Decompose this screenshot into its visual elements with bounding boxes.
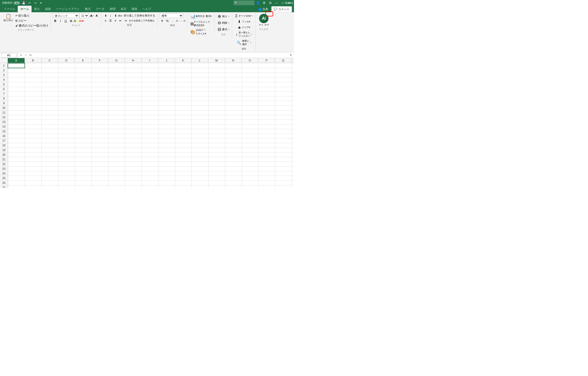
cell-H18[interactable] xyxy=(125,143,142,148)
percent-button[interactable]: % xyxy=(165,18,170,23)
row-number-3[interactable]: 3 xyxy=(0,73,8,77)
bold-button[interactable]: B xyxy=(53,18,58,23)
cell-C15[interactable] xyxy=(41,129,58,134)
cell-E26[interactable] xyxy=(75,180,91,185)
cell-L3[interactable] xyxy=(192,73,208,77)
formula-bar-expand-button[interactable]: ▼ xyxy=(289,53,293,57)
indent-inc-button[interactable]: ⇥ xyxy=(123,18,128,23)
cell-G7[interactable] xyxy=(108,91,125,96)
cell-F7[interactable] xyxy=(91,91,108,96)
tab-view[interactable]: 表示 xyxy=(118,6,129,12)
settings-button[interactable]: ⚙ xyxy=(261,0,267,6)
cell-M4[interactable] xyxy=(208,77,225,82)
cell-Q24[interactable] xyxy=(275,171,292,176)
cell-F6[interactable] xyxy=(91,87,108,91)
cell-L9[interactable] xyxy=(192,101,208,105)
cell-P25[interactable] xyxy=(258,176,275,180)
cell-F4[interactable] xyxy=(91,77,108,82)
cell-L10[interactable] xyxy=(192,105,208,110)
cell-R2[interactable] xyxy=(292,68,294,73)
cell-J7[interactable] xyxy=(158,91,175,96)
cell-J18[interactable] xyxy=(158,143,175,148)
cell-M10[interactable] xyxy=(208,105,225,110)
cell-J20[interactable] xyxy=(158,152,175,157)
cell-J16[interactable] xyxy=(158,134,175,138)
cell-Q11[interactable] xyxy=(275,110,292,115)
cell-C24[interactable] xyxy=(41,171,58,176)
cell-Q15[interactable] xyxy=(275,129,292,134)
font-grow-button[interactable]: A+ xyxy=(89,13,94,18)
cell-D21[interactable] xyxy=(58,157,75,162)
cell-K16[interactable] xyxy=(175,134,192,138)
align-middle-button[interactable]: ↕ xyxy=(108,13,113,18)
cell-R23[interactable] xyxy=(292,166,294,171)
tab-page-layout[interactable]: ページ レイアウト xyxy=(53,6,82,12)
cell-B4[interactable] xyxy=(25,77,41,82)
cell-J8[interactable] xyxy=(158,96,175,101)
cell-C26[interactable] xyxy=(41,180,58,185)
cell-N15[interactable] xyxy=(225,129,242,134)
cell-N1[interactable] xyxy=(225,63,242,68)
undo-button[interactable]: ↩ xyxy=(27,0,32,5)
cell-M2[interactable] xyxy=(208,68,225,73)
cell-Q6[interactable] xyxy=(275,87,292,91)
cell-I21[interactable] xyxy=(142,157,158,162)
cell-K11[interactable] xyxy=(175,110,192,115)
cell-O4[interactable] xyxy=(242,77,258,82)
cell-N13[interactable] xyxy=(225,120,242,124)
cell-M17[interactable] xyxy=(208,138,225,143)
cell-R20[interactable] xyxy=(292,152,294,157)
cell-M22[interactable] xyxy=(208,162,225,166)
cell-H21[interactable] xyxy=(125,157,142,162)
cell-K12[interactable] xyxy=(175,115,192,120)
indent-dec-button[interactable]: ⇤ xyxy=(118,18,123,23)
cell-I6[interactable] xyxy=(142,87,158,91)
cell-O2[interactable] xyxy=(242,68,258,73)
cell-L12[interactable] xyxy=(192,115,208,120)
cell-C16[interactable] xyxy=(41,134,58,138)
cell-E3[interactable] xyxy=(75,73,91,77)
row-number-1[interactable]: 1 xyxy=(0,63,8,68)
cell-B17[interactable] xyxy=(25,138,41,143)
cell-Q3[interactable] xyxy=(275,73,292,77)
col-header-K[interactable]: K xyxy=(175,58,192,63)
cell-R22[interactable] xyxy=(292,162,294,166)
cell-K25[interactable] xyxy=(175,176,192,180)
cell-D5[interactable] xyxy=(58,82,75,87)
cell-I26[interactable] xyxy=(142,180,158,185)
cell-N6[interactable] xyxy=(225,87,242,91)
cell-C14[interactable] xyxy=(41,124,58,129)
cell-J4[interactable] xyxy=(158,77,175,82)
cell-A25[interactable] xyxy=(8,176,25,180)
cell-B8[interactable] xyxy=(25,96,41,101)
cell-M9[interactable] xyxy=(208,101,225,105)
cell-E8[interactable] xyxy=(75,96,91,101)
cell-A18[interactable] xyxy=(8,143,25,148)
clear-button[interactable]: ◈ クリア▾ xyxy=(234,25,254,30)
cell-A23[interactable] xyxy=(8,166,25,171)
conditional-format-button[interactable]: 📊 条件付き 書式▾ xyxy=(189,13,213,19)
row-number-25[interactable]: 25 xyxy=(0,176,8,180)
cell-M7[interactable] xyxy=(208,91,225,96)
cell-F13[interactable] xyxy=(91,120,108,124)
cell-F12[interactable] xyxy=(91,115,108,120)
cell-F15[interactable] xyxy=(91,129,108,134)
cell-F19[interactable] xyxy=(91,148,108,152)
cell-J17[interactable] xyxy=(158,138,175,143)
cell-O5[interactable] xyxy=(242,82,258,87)
row-number-5[interactable]: 5 xyxy=(0,82,8,87)
cell-N16[interactable] xyxy=(225,134,242,138)
cell-R19[interactable] xyxy=(292,148,294,152)
cell-P17[interactable] xyxy=(258,138,275,143)
cell-H3[interactable] xyxy=(125,73,142,77)
cell-Q2[interactable] xyxy=(275,68,292,73)
col-header-A[interactable]: A xyxy=(8,58,25,63)
cell-G9[interactable] xyxy=(108,101,125,105)
cell-J14[interactable] xyxy=(158,124,175,129)
cell-G5[interactable] xyxy=(108,82,125,87)
cell-G19[interactable] xyxy=(108,148,125,152)
cell-B24[interactable] xyxy=(25,171,41,176)
cell-D8[interactable] xyxy=(58,96,75,101)
cell-Q16[interactable] xyxy=(275,134,292,138)
cell-M27[interactable] xyxy=(208,185,225,188)
